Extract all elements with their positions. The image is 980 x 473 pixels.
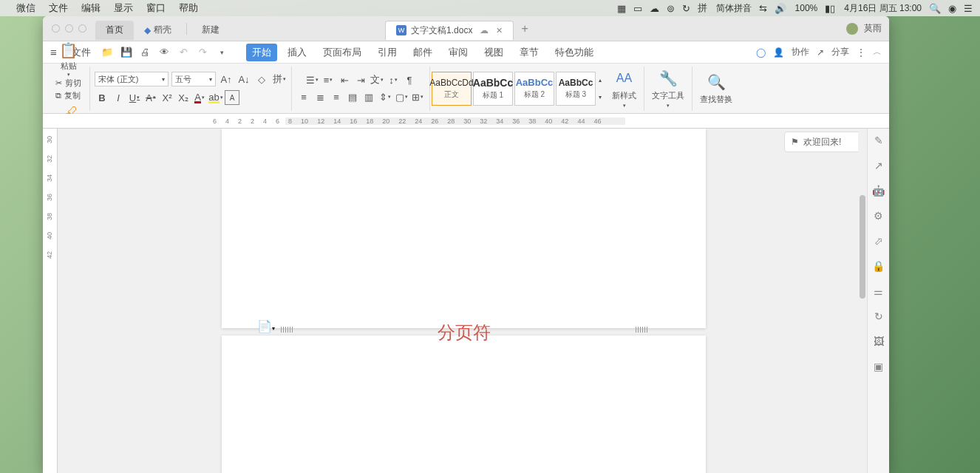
more-icon[interactable]: ⋮	[857, 47, 865, 58]
align-right-button[interactable]: ≡	[329, 89, 344, 104]
shading-button[interactable]: ▢▾	[394, 89, 409, 104]
style-normal[interactable]: AaBbCcDd 正文	[432, 72, 472, 106]
paste-icon[interactable]: 📋	[58, 40, 79, 61]
add-tab-button[interactable]: +	[514, 22, 535, 35]
close-window-button[interactable]	[52, 24, 60, 33]
phonetic-icon[interactable]: 拼▾	[272, 72, 287, 86]
tab-new[interactable]: 新建	[191, 21, 230, 40]
increase-font-icon[interactable]: A↑	[219, 72, 234, 86]
underline-button[interactable]: U▾	[127, 90, 142, 105]
style-scroll-down-icon[interactable]: ▾	[599, 94, 602, 101]
font-size-select[interactable]: 五号▾	[171, 72, 216, 86]
menu-help[interactable]: 帮助	[179, 1, 198, 15]
tab-home[interactable]: 首页	[95, 21, 134, 40]
wifi-icon[interactable]: ⊚	[667, 3, 675, 14]
datetime[interactable]: 4月16日 周五 13:00	[844, 2, 922, 15]
tab-document[interactable]: W 文字文稿1.docx ☁ ✕	[385, 21, 514, 40]
sort-button[interactable]: ↕▾	[386, 72, 401, 87]
horizontal-ruler[interactable]: 6422468101214161820222426283032343638404…	[43, 114, 889, 129]
font-color-button[interactable]: A▾	[192, 90, 207, 105]
open-icon[interactable]: 📁	[101, 47, 113, 58]
user-avatar[interactable]	[846, 23, 858, 35]
collab-label[interactable]: 协作	[792, 46, 809, 58]
page-2[interactable]	[222, 336, 706, 473]
maximize-window-button[interactable]	[78, 24, 86, 33]
control-center-icon[interactable]: ☰	[964, 3, 973, 14]
page-1[interactable]	[222, 129, 706, 328]
italic-button[interactable]: I	[111, 90, 126, 105]
tab-mail[interactable]: 邮件	[407, 44, 438, 61]
menu-edit[interactable]: 编辑	[81, 1, 101, 15]
char-border-button[interactable]: A	[225, 90, 239, 105]
style-heading1[interactable]: AaBbCc 标题 1	[473, 72, 513, 106]
spotlight-icon[interactable]: 🔍	[929, 3, 941, 14]
close-tab-icon[interactable]: ✕	[496, 26, 503, 35]
page-container[interactable]: 📄▾ 分页符 ⚑ 欢迎回来!	[58, 129, 889, 473]
image-icon[interactable]: 🖼	[871, 334, 886, 349]
align-center-button[interactable]: ≣	[313, 89, 327, 104]
robot-icon[interactable]: 🤖	[871, 183, 886, 198]
show-marks-button[interactable]: ¶	[402, 72, 417, 87]
lock-icon[interactable]: 🔒	[871, 259, 886, 273]
sliders-icon[interactable]: ⚌	[871, 284, 886, 299]
superscript-button[interactable]: X²	[160, 90, 174, 105]
increase-indent-button[interactable]: ⇥	[353, 72, 368, 87]
collab-icon[interactable]: 👤	[773, 47, 784, 58]
bullet-list-button[interactable]: ☰▾	[304, 72, 319, 87]
tab-chapter[interactable]: 章节	[514, 44, 545, 61]
paste-label[interactable]: 粘贴	[61, 61, 77, 72]
cursor-icon[interactable]: ⬀	[871, 234, 886, 248]
text-tools-button[interactable]: 🔧 文字工具▾	[649, 67, 687, 110]
tab-docshell[interactable]: ◆ 稻壳	[134, 21, 182, 40]
highlight-button[interactable]: ab▾	[208, 90, 223, 105]
tab-insert[interactable]: 插入	[282, 44, 313, 61]
notification-icon[interactable]: ◯	[756, 47, 766, 58]
menu-file[interactable]: 文件	[49, 1, 68, 15]
vertical-ruler[interactable]: 30323436384042	[43, 129, 58, 473]
menu-window[interactable]: 窗口	[146, 1, 166, 15]
decrease-indent-button[interactable]: ⇤	[337, 72, 352, 87]
collapse-ribbon-icon[interactable]: ︿	[873, 46, 882, 58]
tab-review[interactable]: 审阅	[443, 44, 474, 61]
username[interactable]: 莫雨	[864, 22, 882, 35]
ime-label[interactable]: 简体拼音	[716, 2, 752, 15]
copy-button[interactable]: ⧉复制	[55, 90, 81, 101]
tab-view[interactable]: 视图	[478, 44, 509, 61]
style-heading3[interactable]: AaBbCc 标题 3	[556, 72, 596, 106]
find-replace-button[interactable]: 🔍 查找替换	[697, 70, 735, 106]
borders-button[interactable]: ⊞▾	[410, 89, 425, 104]
line-spacing-button[interactable]: ⇕▾	[378, 89, 392, 104]
print-icon[interactable]: 🖨	[140, 47, 152, 58]
font-name-select[interactable]: 宋体 (正文)▾	[95, 72, 169, 86]
align-justify-button[interactable]: ▤	[345, 89, 360, 104]
battery-percent[interactable]: 100%	[795, 3, 818, 13]
undo-icon[interactable]: ↶	[178, 47, 190, 58]
scrollbar-thumb[interactable]	[860, 195, 865, 299]
ime-icon[interactable]: 拼	[698, 1, 707, 15]
vertical-scrollbar[interactable]	[858, 129, 867, 473]
style-scroll-up-icon[interactable]: ▴	[599, 77, 602, 84]
share-icon[interactable]: ↗	[817, 47, 824, 58]
sync-icon[interactable]: ⇆	[759, 3, 767, 14]
siri-icon[interactable]: ◉	[948, 3, 956, 14]
minimize-window-button[interactable]	[65, 24, 73, 33]
tab-references[interactable]: 引用	[372, 44, 403, 61]
dropdown-icon[interactable]: ▾	[217, 47, 228, 58]
wechat-icon[interactable]: ☁	[650, 3, 659, 14]
new-style-button[interactable]: AA 新样式▾	[609, 67, 639, 110]
timemachine-icon[interactable]: ↻	[682, 3, 690, 14]
app-menu[interactable]: 微信	[16, 1, 35, 15]
text-direction-button[interactable]: 文▾	[370, 72, 384, 87]
bold-button[interactable]: B	[95, 90, 109, 105]
tab-features[interactable]: 特色功能	[549, 44, 599, 61]
print-preview-icon[interactable]: 👁	[159, 47, 171, 58]
gear-icon[interactable]: ⚙	[871, 208, 886, 223]
style-heading2[interactable]: AaBbCc 标题 2	[514, 72, 554, 106]
cut-button[interactable]: ✂剪切	[55, 78, 81, 89]
share-side-icon[interactable]: ↗	[871, 158, 886, 173]
pencil-icon[interactable]: ✎	[871, 133, 886, 148]
clear-format-icon[interactable]: ◇	[254, 72, 269, 86]
subscript-button[interactable]: X₂	[176, 90, 191, 105]
menu-view[interactable]: 显示	[114, 1, 133, 15]
strikethrough-button[interactable]: A▾	[143, 90, 158, 105]
